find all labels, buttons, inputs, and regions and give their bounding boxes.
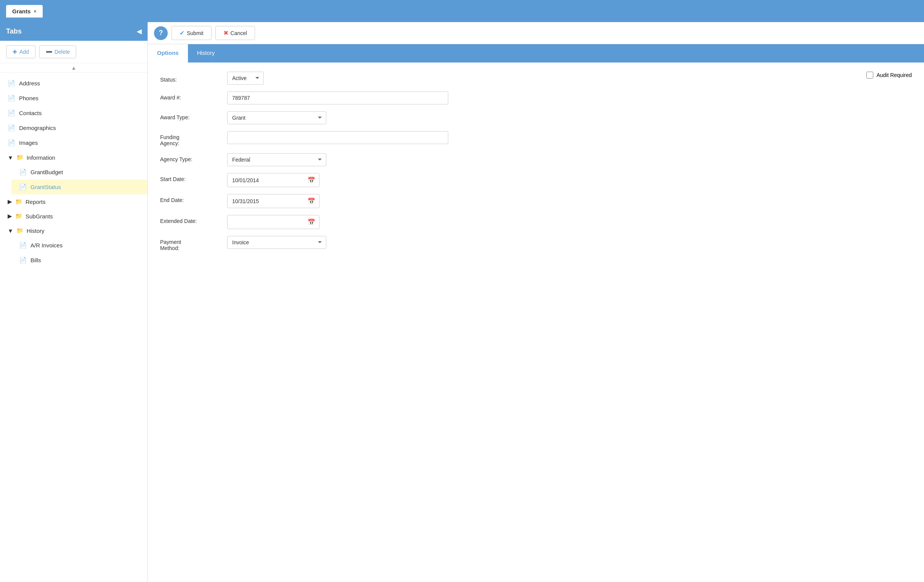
grants-tab[interactable]: Grants ×	[6, 5, 43, 18]
add-button[interactable]: ✚ Add	[6, 45, 35, 58]
calendar-icon[interactable]: 📅	[304, 215, 319, 229]
x-icon: ✖	[223, 29, 228, 36]
sidebar-item-phones[interactable]: 📄 Phones	[0, 91, 147, 106]
status-select-wrapper: Active Inactive Pending Closed	[227, 72, 264, 85]
audit-required-checkbox[interactable]	[866, 72, 873, 79]
add-label: Add	[20, 49, 29, 55]
start-date-label: Start Date:	[160, 173, 221, 182]
extended-date-wrapper: 📅	[227, 215, 319, 229]
nav-group-information-header[interactable]: ▼ 📁 Information	[0, 150, 147, 165]
nav-group-history-header[interactable]: ▼ 📁 History	[0, 223, 147, 238]
submit-label: Submit	[187, 30, 203, 36]
doc-icon: 📄	[8, 94, 15, 102]
payment-method-select-wrapper: Invoice Check Wire Transfer ACH	[227, 236, 380, 249]
sidebar-item-contacts[interactable]: 📄 Contacts	[0, 106, 147, 120]
tab-history-label: History	[197, 49, 215, 56]
award-type-label: Award Type:	[160, 111, 221, 120]
nav-group-subgrants-label: SubGrants	[26, 213, 53, 219]
folder-icon: 📁	[16, 154, 24, 161]
folder-icon: 📁	[15, 213, 23, 219]
nav-group-information: ▼ 📁 Information 📄 GrantBudget 📄 GrantSta…	[0, 150, 147, 195]
funding-agency-input-wrapper	[227, 131, 380, 144]
status-label: Status:	[160, 74, 221, 83]
sidebar-item-demographics[interactable]: 📄 Demographics	[0, 120, 147, 135]
payment-method-label: PaymentMethod:	[160, 236, 221, 251]
agency-type-select-wrapper: Federal State Local Private	[227, 153, 380, 166]
agency-type-label: Agency Type:	[160, 153, 221, 162]
doc-icon: 📄	[19, 242, 27, 249]
nav-group-reports-header[interactable]: ▶ 📁 Reports	[0, 195, 147, 209]
start-date-input[interactable]	[228, 174, 304, 186]
nav-group-history-label: History	[27, 228, 45, 234]
close-icon[interactable]: ×	[33, 8, 36, 14]
doc-icon: 📄	[8, 80, 15, 87]
doc-icon: 📄	[8, 139, 15, 146]
form-row-agency-type: Agency Type: Federal State Local Private	[160, 153, 912, 166]
tab-history[interactable]: History	[188, 44, 224, 63]
expand-icon: ▶	[8, 213, 12, 219]
nav-group-subgrants: ▶ 📁 SubGrants	[0, 209, 147, 223]
sidebar-item-arinvoices[interactable]: 📄 A/R Invoices	[12, 238, 147, 253]
sidebar-item-phones-label: Phones	[19, 95, 38, 101]
folder-icon: 📁	[15, 198, 23, 205]
doc-icon: 📄	[19, 168, 27, 176]
start-date-wrapper: 📅	[227, 173, 319, 187]
sidebar-item-grantstatus[interactable]: 📄 GrantStatus	[12, 180, 147, 195]
status-select[interactable]: Active Inactive Pending Closed	[227, 72, 264, 85]
tab-options[interactable]: Options	[148, 44, 188, 63]
payment-method-select[interactable]: Invoice Check Wire Transfer ACH	[227, 236, 326, 249]
nav-group-history-children: 📄 A/R Invoices 📄 Bills	[0, 238, 147, 267]
sidebar-item-contacts-label: Contacts	[19, 110, 41, 116]
folder-icon: 📁	[16, 227, 24, 234]
audit-row: Audit Required	[866, 72, 912, 79]
award-input[interactable]	[227, 91, 448, 104]
sidebar-item-address[interactable]: 📄 Address	[0, 76, 147, 91]
tab-options-label: Options	[157, 49, 179, 56]
sidebar-nav: 📄 Address 📄 Phones 📄 Contacts 📄 Demograp…	[0, 73, 147, 582]
form-row-award: Award #:	[160, 91, 912, 104]
calendar-icon[interactable]: 📅	[304, 173, 319, 187]
nav-group-information-label: Information	[27, 154, 55, 161]
award-type-select[interactable]: Grant Contract Cooperative Agreement	[227, 111, 326, 124]
doc-icon: 📄	[19, 183, 27, 191]
extended-date-input[interactable]	[228, 216, 304, 228]
right-toolbar: ? ✔ Submit ✖ Cancel	[148, 22, 924, 44]
nav-group-history: ▼ 📁 History 📄 A/R Invoices 📄 Bills	[0, 223, 147, 267]
doc-icon: 📄	[8, 109, 15, 117]
minus-icon: ➖	[46, 49, 52, 55]
form-row-payment-method: PaymentMethod: Invoice Check Wire Transf…	[160, 236, 912, 251]
checkmark-icon: ✔	[180, 29, 185, 36]
sidebar-item-grantbudget[interactable]: 📄 GrantBudget	[12, 165, 147, 180]
award-type-select-wrapper: Grant Contract Cooperative Agreement	[227, 111, 380, 124]
grants-tab-label: Grants	[12, 8, 30, 15]
award-label: Award #:	[160, 91, 221, 101]
right-panel: ? ✔ Submit ✖ Cancel Options History	[148, 22, 924, 582]
funding-agency-input[interactable]	[227, 131, 448, 144]
sidebar-item-arinvoices-label: A/R Invoices	[30, 242, 63, 249]
doc-icon: 📄	[19, 257, 27, 264]
sidebar-item-bills[interactable]: 📄 Bills	[12, 253, 147, 267]
form-row-extended-date: Extended Date: 📅	[160, 215, 912, 229]
form-row-award-type: Award Type: Grant Contract Cooperative A…	[160, 111, 912, 124]
audit-required-label: Audit Required	[876, 72, 912, 78]
calendar-icon[interactable]: 📅	[304, 195, 319, 208]
sidebar: Tabs ◀ ✚ Add ➖ Delete ▲ 📄 Address 📄 Phon…	[0, 22, 148, 582]
doc-icon: 📄	[8, 124, 15, 132]
delete-button[interactable]: ➖ Delete	[39, 45, 76, 58]
nav-group-subgrants-header[interactable]: ▶ 📁 SubGrants	[0, 209, 147, 223]
end-date-input[interactable]	[228, 195, 304, 207]
cancel-label: Cancel	[231, 30, 248, 36]
nav-group-reports: ▶ 📁 Reports	[0, 195, 147, 209]
agency-type-select[interactable]: Federal State Local Private	[227, 153, 326, 166]
form-row-status: Status: Active Inactive Pending Closed A…	[160, 72, 912, 85]
cancel-button[interactable]: ✖ Cancel	[215, 26, 256, 40]
sidebar-collapse-button[interactable]: ◀	[137, 28, 142, 35]
nav-group-information-children: 📄 GrantBudget 📄 GrantStatus	[0, 165, 147, 195]
sidebar-item-images[interactable]: 📄 Images	[0, 135, 147, 150]
submit-button[interactable]: ✔ Submit	[172, 26, 211, 40]
delete-label: Delete	[54, 49, 70, 55]
help-button[interactable]: ?	[154, 26, 168, 40]
sidebar-header: Tabs ◀	[0, 22, 147, 41]
top-bar: Grants ×	[0, 0, 924, 22]
sidebar-item-bills-label: Bills	[30, 257, 41, 263]
